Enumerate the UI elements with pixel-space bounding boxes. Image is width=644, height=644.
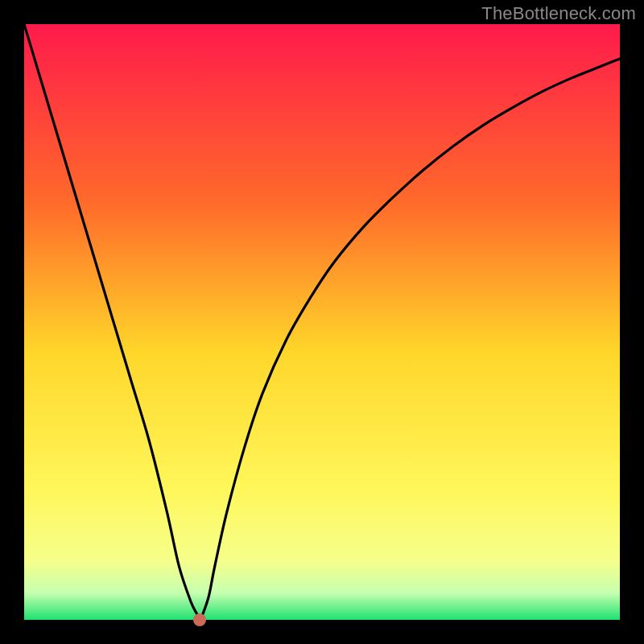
bottleneck-curve — [24, 24, 620, 620]
optimal-point-marker — [193, 613, 206, 626]
curve-layer — [24, 24, 620, 620]
attribution-text: TheBottleneck.com — [481, 3, 636, 24]
chart-frame: TheBottleneck.com — [0, 0, 644, 644]
plot-area — [24, 24, 620, 620]
